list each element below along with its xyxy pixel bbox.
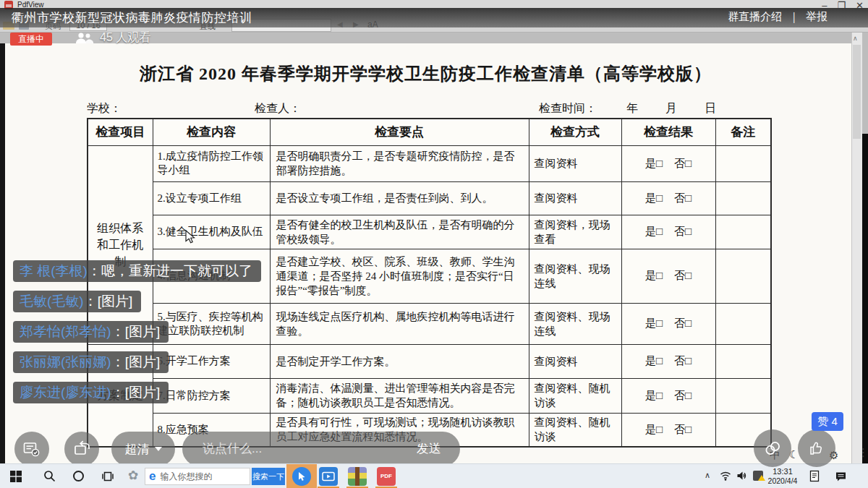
live-stream-window: PdfView – ❐ ✕ 页码 10 / 16 直线 ◀ ▶ aA 衢州市学校… <box>0 0 868 488</box>
active-app-cursor[interactable] <box>286 464 317 488</box>
taskbar-web-search[interactable]: e 输入你想搜的 <box>145 468 250 485</box>
task-view-button[interactable] <box>102 471 114 485</box>
method-cell: 查阅资料、现场连线 <box>529 303 621 344</box>
group-live-intro-link[interactable]: 群直播介绍 <box>728 10 782 24</box>
chat-username: 毛敏(毛敏) <box>20 294 84 309</box>
item-cell: 2.设立专项工作组 <box>153 181 270 215</box>
share-button[interactable] <box>754 429 791 467</box>
windows-logo-icon <box>10 471 22 482</box>
speaker-glyph <box>736 471 748 481</box>
close-button[interactable]: ✕ <box>856 0 864 12</box>
yes-checkbox: 是□ <box>645 355 663 367</box>
pointer-icon <box>297 471 306 481</box>
points-cell: 是否制定开学工作方案。 <box>270 344 529 378</box>
chat-message: 张丽娜(张丽娜)：[图片] <box>13 351 169 373</box>
document-title: 浙江省 2020 年春季学期开学学校卫生防疫工作检查清单（高等学校版） <box>0 62 851 85</box>
tray-document-icon[interactable] <box>809 470 820 485</box>
video-app-icon[interactable] <box>319 467 338 486</box>
clock-date: 2020/4/4 <box>765 476 800 486</box>
ime-tray-icon[interactable] <box>753 471 763 481</box>
chat-separator: ： <box>111 354 125 369</box>
rotate-screen-button[interactable] <box>64 432 99 466</box>
viewers-icon <box>75 32 94 44</box>
no-checkbox: 否□ <box>674 192 692 204</box>
minimize-button[interactable]: – <box>822 0 827 12</box>
no-checkbox: 否□ <box>674 390 692 401</box>
yes-checkbox: 是□ <box>645 270 663 281</box>
result-cell: 是□否□ <box>621 215 715 249</box>
chat-message: 廖东进(廖东进)：[图片] <box>13 382 169 403</box>
taskbar-clock[interactable]: 13:31 2020/4/4 <box>765 466 800 486</box>
header-check-content: 检查内容 <box>153 119 270 145</box>
method-cell: 查阅资料 <box>529 344 621 378</box>
chat-username: 张丽娜(张丽娜) <box>20 354 111 369</box>
report-link[interactable]: 举报 <box>806 10 827 24</box>
date-units-label: 年 月 日 <box>626 101 718 116</box>
start-button[interactable] <box>10 471 22 485</box>
pinned-app-icon[interactable]: ✿ <box>128 468 138 483</box>
thumbs-up-icon <box>808 440 826 457</box>
points-cell: 消毒清洁、体温测量、进出管理等相关内容是否完备；随机访谈教职员工是否知悉情况。 <box>270 378 529 413</box>
live-title: 衢州市学校新型冠状病毒肺炎疫情防控培训 <box>12 9 252 26</box>
wifi-icon[interactable] <box>720 471 731 484</box>
scrollbar-thumb[interactable] <box>853 45 861 139</box>
method-cell: 查阅资料 <box>529 145 621 181</box>
send-button[interactable]: 发送 <box>417 440 441 457</box>
like-count-badge: 赞 4 <box>812 412 843 431</box>
points-cell: 是否明确职责分工，是否专题研究疫情防控，是否部署防控措施。 <box>270 145 529 181</box>
web-search-button[interactable]: 搜索一下 <box>252 468 285 485</box>
sign-in-button[interactable] <box>14 432 49 466</box>
tray-chevron-icon[interactable]: ∧ <box>705 471 710 480</box>
window-controls: – ❐ ✕ <box>822 0 864 12</box>
scroll-up-icon[interactable]: ∧ <box>853 35 858 42</box>
live-status-badge: 直播中 <box>10 33 52 46</box>
menu-divider: ｜ <box>788 10 799 24</box>
left-letterbox <box>0 43 5 463</box>
taskbar-search-button[interactable] <box>43 470 56 485</box>
remark-cell <box>715 344 771 378</box>
like-button[interactable] <box>798 429 835 467</box>
no-checkbox: 否□ <box>674 424 692 435</box>
points-cell: 是否设立专项工作组，是否责任到岗、到人。 <box>270 181 529 215</box>
more-dots-icon[interactable]: ⋮ <box>858 446 868 459</box>
yes-checkbox: 是□ <box>645 424 663 435</box>
viewer-count: 45 人观看 <box>75 30 150 46</box>
viewer-count-label: 45 人观看 <box>100 30 150 46</box>
document-glyph <box>809 470 820 482</box>
remark-cell <box>715 378 771 413</box>
pdf-app-icon[interactable]: PDF <box>377 467 396 486</box>
header-check-result: 检查结果 <box>621 119 715 145</box>
inspector-label: 检查人： <box>255 101 301 116</box>
no-checkbox: 否□ <box>674 317 692 329</box>
chat-message: 李 根(李根)：嗯，重新进一下就可以了 <box>13 260 261 282</box>
winrar-app-icon[interactable] <box>348 467 367 486</box>
chat-username: 廖东进(廖东进) <box>20 385 111 400</box>
chat-input-bar[interactable]: 发送 <box>182 432 460 466</box>
result-cell: 是□否□ <box>621 378 715 413</box>
result-cell: 是□否□ <box>621 344 715 378</box>
mouse-cursor-icon <box>185 230 195 244</box>
chat-input[interactable] <box>203 432 383 466</box>
camera-icon <box>322 471 335 482</box>
yes-checkbox: 是□ <box>645 192 663 204</box>
chevron-down-icon <box>155 447 162 451</box>
remark-cell <box>715 215 771 249</box>
remark-cell <box>715 303 771 344</box>
maximize-button[interactable]: ❐ <box>837 0 846 12</box>
web-search-placeholder: 输入你想搜的 <box>160 471 212 483</box>
table-row: 2.设立专项工作组 是否设立专项工作组，是否责任到岗、到人。 查阅资料 是□否□ <box>88 181 771 215</box>
search-icon <box>43 470 56 482</box>
chat-message: 毛敏(毛敏)：[图片] <box>13 291 141 312</box>
chat-separator: ： <box>84 294 98 309</box>
chat-message-text: [图片] <box>98 294 133 309</box>
method-cell: 查阅资料 <box>529 181 621 215</box>
item-cell: 1.成立疫情防控工作领导小组 <box>153 145 270 181</box>
chat-message-text: 嗯，重新进一下就可以了 <box>101 263 252 278</box>
points-cell: 是否建立学校、校区、院系、班级、教师、学生沟通渠道；是否坚持 24 小时值班制度… <box>270 249 529 303</box>
cortana-button[interactable] <box>73 471 84 481</box>
action-center-icon[interactable] <box>835 471 847 485</box>
quality-selector[interactable]: 超清 <box>111 432 175 466</box>
header-check-item: 检查项目 <box>88 119 153 145</box>
no-checkbox: 否□ <box>674 226 692 237</box>
speaker-icon[interactable] <box>736 471 748 484</box>
